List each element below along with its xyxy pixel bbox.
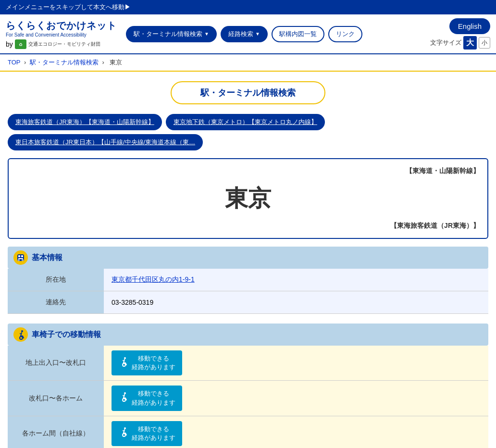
wheelchair-icon	[13, 327, 28, 342]
station-btn-2[interactable]: 東日本旅客鉄道（JR東日本）【山手線/中央線/東海道本線（東…	[8, 134, 203, 150]
dropdown-arrow-icon: ▼	[204, 31, 209, 37]
station-card-name: 東京	[16, 175, 480, 222]
skip-link[interactable]: メインメニューをスキップして本文へ移動▶	[6, 3, 131, 11]
basic-info-title: 基本情報	[32, 253, 62, 263]
nav-buttons: 駅・ターミナル情報検索 ▼ 経路検索 ▼ 駅構内図一覧 リンク	[126, 26, 430, 42]
platform-movable-button[interactable]: 移動できる 経路があります	[112, 421, 182, 446]
station-btn-0[interactable]: 東海旅客鉄道（JR東海）【東海道・山陽新幹線】	[8, 114, 162, 130]
nav-link[interactable]: リンク	[328, 26, 362, 42]
svg-rect-5	[18, 258, 23, 259]
station-card: 【東海道・山陽新幹線】 東京 【東海旅客鉄道（JR東海）】	[8, 158, 488, 239]
station-btn-1[interactable]: 東京地下鉄（東京メトロ）【東京メトロ丸ノ内線】	[166, 114, 325, 130]
table-row: 各ホーム間（自社線） 移動できる 経路があります	[8, 416, 488, 448]
eco-badge: ♻	[15, 39, 26, 49]
svg-rect-4	[21, 255, 23, 257]
page-title: 駅・ターミナル情報検索	[171, 81, 325, 104]
wheelchair-table: 地上出入口〜改札口 移動できる 経路があります	[8, 346, 488, 448]
wheelchair-btn-icon	[118, 391, 129, 405]
font-large-button[interactable]: 大	[463, 36, 477, 50]
train-icon	[13, 250, 28, 265]
svg-point-9	[20, 336, 23, 339]
svg-point-10	[124, 357, 126, 359]
nav-route-search[interactable]: 経路検索 ▼	[221, 26, 268, 42]
entrance-btn-cell: 移動できる 経路があります	[104, 346, 488, 381]
header-right: English 文字サイズ 大 小	[430, 18, 490, 50]
svg-rect-3	[18, 255, 20, 257]
logo-title: らくらくおでかけネット	[6, 19, 126, 32]
page-title-wrap: 駅・ターミナル情報検索	[0, 81, 496, 104]
entrance-movable-button[interactable]: 移動できる 経路があります	[112, 350, 182, 375]
english-button[interactable]: English	[449, 18, 490, 34]
station-buttons-row: 東海旅客鉄道（JR東海）【東海道・山陽新幹線】 東京地下鉄（東京メトロ）【東京メ…	[8, 114, 488, 150]
svg-point-11	[123, 363, 125, 366]
platform-btn-cell: 移動できる 経路があります	[104, 416, 488, 448]
header: らくらくおでかけネット For Safe and Convenient Acce…	[0, 14, 496, 54]
logo-by: by ♻ 交通エコロジー・モビリティ財団	[6, 39, 126, 49]
svg-point-14	[124, 427, 126, 429]
address-link[interactable]: 東京都千代田区丸の内1-9-1	[112, 275, 195, 283]
logo-by-text: by	[6, 40, 13, 48]
breadcrumb-top[interactable]: TOP	[8, 59, 20, 66]
svg-point-12	[124, 392, 126, 394]
contact-label: 連絡先	[8, 291, 104, 314]
breadcrumb: TOP › 駅・ターミナル情報検索 › 東京	[0, 54, 496, 72]
station-card-line: 【東海道・山陽新幹線】	[16, 167, 480, 175]
address-value: 東京都千代田区丸の内1-9-1	[104, 269, 488, 291]
font-size-label: 文字サイズ	[430, 38, 461, 47]
nav-station-search[interactable]: 駅・ターミナル情報検索 ▼	[126, 26, 217, 42]
svg-point-6	[18, 260, 20, 261]
svg-text:♻: ♻	[19, 42, 23, 47]
main-content: 東海旅客鉄道（JR東海）【東海道・山陽新幹線】 東京地下鉄（東京メトロ）【東京メ…	[0, 114, 496, 448]
platform-label: 各ホーム間（自社線）	[8, 416, 104, 448]
station-card-operator: 【東海旅客鉄道（JR東海）】	[16, 222, 480, 230]
entrance-label: 地上出入口〜改札口	[8, 346, 104, 381]
wheelchair-btn-icon	[118, 356, 129, 370]
eco-text: 交通エコロジー・モビリティ財団	[28, 41, 100, 48]
wheelchair-info-title: 車椅子での移動情報	[32, 330, 101, 340]
logo-area: らくらくおでかけネット For Safe and Convenient Acce…	[6, 19, 126, 49]
svg-point-8	[21, 330, 23, 332]
wheelchair-info-header: 車椅子での移動情報	[8, 324, 488, 346]
gate-movable-button[interactable]: 移動できる 経路があります	[112, 386, 182, 411]
svg-point-13	[123, 398, 125, 401]
font-small-button[interactable]: 小	[479, 37, 490, 49]
table-row: 改札口〜各ホーム 移動できる 経路があります	[8, 381, 488, 416]
nav-station-map[interactable]: 駅構内図一覧	[272, 26, 324, 42]
table-row: 連絡先 03-3285-0319	[8, 291, 488, 314]
svg-point-15	[123, 434, 125, 436]
logo-subtitle: For Safe and Convenient Accessibility	[6, 32, 126, 37]
wheelchair-btn-icon	[118, 426, 129, 440]
gate-btn-cell: 移動できる 経路があります	[104, 381, 488, 416]
basic-info-table: 所在地 東京都千代田区丸の内1-9-1 連絡先 03-3285-0319	[8, 269, 488, 314]
svg-point-7	[22, 260, 24, 261]
table-row: 地上出入口〜改札口 移動できる 経路があります	[8, 346, 488, 381]
font-size-controls: 文字サイズ 大 小	[430, 36, 490, 50]
breadcrumb-current: 東京	[110, 59, 122, 66]
table-row: 所在地 東京都千代田区丸の内1-9-1	[8, 269, 488, 291]
basic-info-header: 基本情報	[8, 247, 488, 269]
address-label: 所在地	[8, 269, 104, 291]
contact-value: 03-3285-0319	[104, 291, 488, 314]
skip-bar: メインメニューをスキップして本文へ移動▶	[0, 0, 496, 14]
dropdown-arrow-icon: ▼	[255, 31, 260, 37]
breadcrumb-station-search[interactable]: 駅・ターミナル情報検索	[30, 59, 99, 66]
gate-label: 改札口〜各ホーム	[8, 381, 104, 416]
